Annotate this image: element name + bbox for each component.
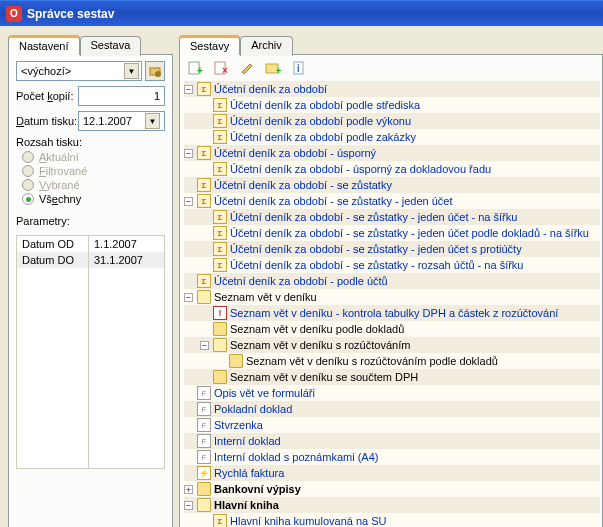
tree-node-label: Účetní deník za období - se zůstatky - j… [230, 211, 517, 223]
folderopen-icon [197, 498, 211, 512]
param-value: 31.1.2007 [89, 252, 164, 268]
tree-node[interactable]: Rychlá faktura [184, 465, 600, 481]
edit-button[interactable] [236, 57, 258, 79]
tree-node[interactable]: Interní doklad [184, 433, 600, 449]
add-icon: + [187, 60, 203, 76]
properties-button[interactable]: i [288, 57, 310, 79]
report-icon [197, 178, 211, 192]
folder-icon [229, 354, 243, 368]
preset-manage-button[interactable] [145, 61, 165, 81]
table-row[interactable]: Datum DO 31.1.2007 [17, 252, 164, 268]
new-folder-button[interactable]: + [262, 57, 284, 79]
print-date-input[interactable]: 12.1.2007 ▼ [78, 111, 165, 131]
tree-node[interactable]: Seznam vět v deníku - kontrola tabulky D… [184, 305, 600, 321]
radio-icon [22, 193, 34, 205]
collapse-icon[interactable]: − [184, 197, 193, 206]
tree-node[interactable]: Účetní deník za období podle zakázky [184, 129, 600, 145]
copies-value: 1 [154, 90, 160, 102]
radio-icon [22, 151, 34, 163]
tree-node[interactable]: Účetní deník za období - se zůstatky - j… [184, 241, 600, 257]
tree-node[interactable]: Hlavní kniha kumulovaná na SU [184, 513, 600, 527]
report-icon [197, 82, 211, 96]
report-icon [197, 194, 211, 208]
app-icon: O [6, 6, 22, 22]
delete-button[interactable]: × [210, 57, 232, 79]
tree-node[interactable]: Účetní deník za období - se zůstatky - j… [184, 225, 600, 241]
tree-node-label: Účetní deník za období - se zůstatky - j… [214, 195, 452, 207]
tree-node[interactable]: Účetní deník za období - se zůstatky [184, 177, 600, 193]
tree-node[interactable]: −Účetní deník za období - úsporný [184, 145, 600, 161]
radio-current: Aktuální [22, 151, 165, 163]
tree-node[interactable]: Seznam vět v deníku se součtem DPH [184, 369, 600, 385]
tree-node-label: Účetní deník za období - se zůstatky [214, 179, 392, 191]
radio-icon [22, 179, 34, 191]
report-icon [213, 226, 227, 240]
tab-report-label: Sestava [91, 39, 131, 51]
report-icon [197, 274, 211, 288]
tree-node-label: Rychlá faktura [214, 467, 284, 479]
formrep-icon [197, 386, 211, 400]
tree-node-label: Účetní deník za období [214, 83, 327, 95]
reports-toolbar: + × + i [180, 55, 602, 81]
tree-node[interactable]: −Seznam vět v deníku [184, 289, 600, 305]
collapse-icon[interactable]: − [200, 341, 209, 350]
reports-tree[interactable]: −Účetní deník za obdobíÚčetní deník za o… [180, 81, 602, 527]
window-title: Správce sestav [27, 7, 114, 21]
tab-reports[interactable]: Sestavy [179, 35, 240, 55]
chevron-down-icon[interactable]: ▼ [145, 113, 160, 129]
collapse-icon[interactable]: − [184, 149, 193, 158]
report-icon [213, 258, 227, 272]
param-name: Datum OD [17, 236, 89, 252]
tab-settings[interactable]: Nastavení [8, 35, 80, 55]
tab-settings-label: Nastavení [19, 40, 69, 52]
tree-node[interactable]: Účetní deník za období podle výkonu [184, 113, 600, 129]
tree-node[interactable]: Stvrzenka [184, 417, 600, 433]
svg-text:+: + [197, 65, 203, 76]
svg-text:i: i [297, 63, 300, 74]
pencil-icon [239, 60, 255, 76]
chevron-down-icon[interactable]: ▼ [124, 63, 139, 79]
tree-node[interactable]: −Účetní deník za období - se zůstatky - … [184, 193, 600, 209]
svg-point-1 [155, 71, 161, 77]
tree-node[interactable]: Interní doklad s poznámkami (A4) [184, 449, 600, 465]
tab-archive[interactable]: Archiv [240, 36, 293, 56]
preset-select[interactable]: <výchozí> ▼ [16, 61, 142, 81]
tree-node[interactable]: +Bankovní výpisy [184, 481, 600, 497]
svg-text:+: + [276, 66, 281, 76]
tree-node[interactable]: Seznam vět v deníku s rozúčtováním podle… [184, 353, 600, 369]
tree-node-label: Seznam vět v deníku [214, 291, 317, 303]
tree-node-label: Stvrzenka [214, 419, 263, 431]
collapse-icon[interactable]: − [184, 501, 193, 510]
folderopen-icon [197, 290, 211, 304]
print-range-label: Rozsah tisku: [16, 136, 165, 148]
tree-node[interactable]: Účetní deník za období podle střediska [184, 97, 600, 113]
tree-node[interactable]: Účetní deník za období - podle účtů [184, 273, 600, 289]
table-row[interactable]: Datum OD 1.1.2007 [17, 236, 164, 252]
folderopen-icon [213, 338, 227, 352]
tree-node-label: Účetní deník za období - se zůstatky - j… [230, 227, 589, 239]
tree-node-label: Bankovní výpisy [214, 483, 301, 495]
radio-all[interactable]: Všechny [22, 193, 165, 205]
tree-node[interactable]: Účetní deník za období - se zůstatky - r… [184, 257, 600, 273]
tree-node[interactable]: Opis vět ve formuláři [184, 385, 600, 401]
collapse-icon[interactable]: − [184, 293, 193, 302]
tree-node[interactable]: Účetní deník za období - se zůstatky - j… [184, 209, 600, 225]
copies-input[interactable]: 1 [78, 86, 165, 106]
tree-node[interactable]: −Účetní deník za období [184, 81, 600, 97]
expand-icon[interactable]: + [184, 485, 193, 494]
tree-node[interactable]: Pokladní doklad [184, 401, 600, 417]
add-button[interactable]: + [184, 57, 206, 79]
tree-node[interactable]: Účetní deník za období - úsporný za dokl… [184, 161, 600, 177]
tree-node-label: Opis vět ve formuláři [214, 387, 315, 399]
tree-node[interactable]: Seznam vět v deníku podle dokladů [184, 321, 600, 337]
collapse-icon[interactable]: − [184, 85, 193, 94]
tree-node-label: Hlavní kniha [214, 499, 279, 511]
report-icon [213, 210, 227, 224]
tab-report[interactable]: Sestava [80, 36, 142, 56]
report-icon [197, 146, 211, 160]
formrep-icon [197, 450, 211, 464]
tree-node[interactable]: −Hlavní kniha [184, 497, 600, 513]
quick-icon [197, 466, 211, 480]
tree-node[interactable]: −Seznam vět v deníku s rozúčtováním [184, 337, 600, 353]
tree-node-label: Seznam vět v deníku s rozúčtováním [230, 339, 410, 351]
